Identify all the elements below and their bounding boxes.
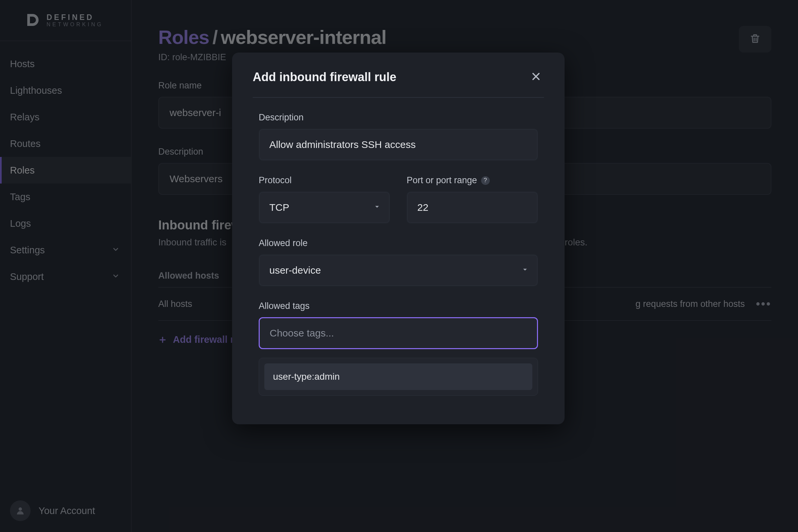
tags-dropdown-option[interactable]: user-type:admin [264,363,532,390]
modal-port-input[interactable] [407,191,538,224]
tags-placeholder: Choose tags... [270,327,334,339]
modal-allowed-role-value[interactable] [259,254,538,286]
modal-allowed-role-select[interactable] [259,254,538,286]
help-icon[interactable]: ? [481,176,490,185]
close-icon [530,78,542,83]
modal-header: Add inbound firewall rule [253,69,544,98]
modal-allowed-tags-input[interactable]: Choose tags... [259,317,538,349]
modal-description-label: Description [259,112,538,123]
modal-protocol-value[interactable] [259,191,390,224]
tags-dropdown: user-type:admin [259,358,538,396]
modal-title: Add inbound firewall rule [253,70,396,84]
modal-protocol-label: Protocol [259,175,390,186]
modal-port-label: Port or port range ? [407,175,538,186]
modal-allowed-role-label: Allowed role [259,238,538,248]
add-inbound-rule-modal: Add inbound firewall rule Description Pr… [232,53,565,424]
modal-allowed-tags-label: Allowed tags [259,301,538,311]
modal-description-input[interactable] [259,129,538,160]
modal-protocol-select[interactable] [259,191,390,224]
close-button[interactable] [528,69,544,86]
